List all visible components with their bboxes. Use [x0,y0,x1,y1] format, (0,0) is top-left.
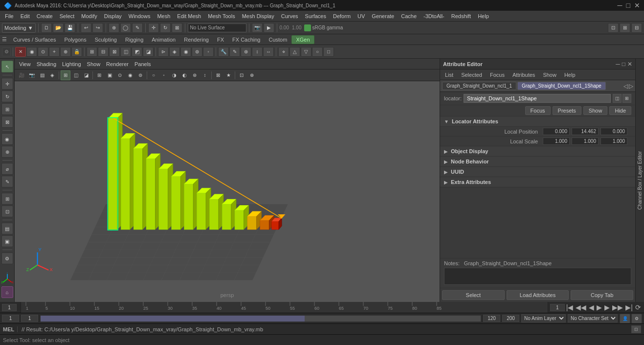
pb-prev-frame[interactable]: ◀ [588,303,595,311]
move-tool-btn[interactable]: ✛ [1,78,13,90]
local-pos-z[interactable] [600,128,627,135]
tb2-snap2[interactable]: △ [289,47,300,57]
universal-manip-btn[interactable]: ⊠ [1,116,13,128]
pb-prev-key[interactable]: ◀◀ [575,303,587,311]
vp-menu-show[interactable]: Show [86,61,102,67]
show-manipulator-btn[interactable]: ⊕ [1,146,13,158]
maximize-icon[interactable]: □ [626,1,630,9]
module-animation[interactable]: Animation [148,36,179,44]
vp-menu-shading[interactable]: Shading [35,61,58,67]
menu-generate[interactable]: Generate [369,12,397,20]
tb2-snap1[interactable]: ⋄ [278,47,289,57]
tb2-icon22[interactable]: ↔ [263,47,274,57]
channel-box-tab[interactable]: Channel Box / Layer Editor [636,148,644,213]
new-file-btn[interactable]: 🗋 [41,23,52,33]
module-fx-caching[interactable]: FX Caching [228,36,264,44]
menu-help[interactable]: Help [475,12,492,20]
ae-tab-selected[interactable]: Selected [458,71,485,79]
menu-modify[interactable]: Modify [78,12,100,20]
section-node-behavior[interactable]: ▶ Node Behavior [440,157,635,167]
vpi-ao[interactable]: ◐ [179,70,189,80]
vpi-grid[interactable]: ⊞ [94,70,104,80]
scale-tool-btn[interactable]: ⊞ [1,103,13,115]
live-surface-input[interactable] [188,23,246,32]
vpi-wireframe[interactable]: ⊞ [61,70,70,80]
vpi-camera[interactable]: 🎥 [17,70,26,80]
attr-editor-float[interactable]: □ [622,61,625,68]
viewport-3d[interactable]: Y X Z persp [15,81,440,302]
timeline-ruler[interactable]: 1 5 10 15 20 25 30 35 40 45 50 [21,302,548,313]
vpi-snapat[interactable]: ⊡ [237,70,246,80]
scale-btn[interactable]: ⊠ [172,23,182,33]
paint-select-tool-btn[interactable]: ✎ [1,176,13,187]
layout-btn2[interactable]: ▣ [1,235,13,247]
vpi-light1[interactable]: ○ [149,70,158,80]
section-object-display[interactable]: ▶ Object Display [440,146,635,157]
vpi-hq[interactable]: ★ [223,70,233,80]
tb2-icon15[interactable]: ◉ [180,47,191,57]
ae-tab-focus[interactable]: Focus [487,71,508,79]
layout-single[interactable]: ⊡ [608,23,619,33]
menu-3dto-all[interactable]: -3DtoAll- [421,12,447,20]
open-file-btn[interactable]: 📂 [53,23,64,33]
tb2-snap5[interactable]: □ [323,47,334,57]
menu-curves[interactable]: Curves [278,12,301,20]
vpi-camera2[interactable]: 📷 [27,70,37,80]
pb-go-start[interactable]: |◀ [565,303,575,311]
select-tool-btn[interactable]: ↖ [1,61,13,72]
ae-tab-help[interactable]: Help [561,71,578,79]
vpi-hud[interactable]: ▣ [105,70,114,80]
tb2-icon12[interactable]: ◪ [143,47,154,57]
menu-deform[interactable]: Deform [330,12,354,20]
vpi-btn3[interactable]: ▤ [37,70,47,80]
tb2-icon18[interactable]: 🔧 [218,47,229,57]
move-btn[interactable]: ✛ [148,23,159,33]
locator-input[interactable] [464,94,611,103]
range-slider[interactable] [40,315,481,322]
module-curves-surfaces[interactable]: Curves / Surfaces [9,36,60,44]
vpi-smooth[interactable]: ◫ [71,70,81,80]
vpi-depth[interactable]: ↕ [200,70,210,80]
locator-icon-1[interactable]: ◫ [613,94,622,103]
vpi-isolate[interactable]: ⊠ [213,70,223,80]
camera-btn[interactable]: 📷 [252,23,263,33]
paint-select-btn[interactable]: ✎ [132,23,143,33]
module-sculpting[interactable]: Sculpting [91,36,121,44]
select-btn[interactable]: ⊕ [109,23,119,33]
tb2-icon21[interactable]: ↕ [252,47,263,57]
pb-next-key[interactable]: ▶▶ [611,303,624,311]
tb2-icon8[interactable]: ⊟ [98,47,109,57]
copy-tab-btn[interactable]: Copy Tab [571,290,633,300]
undo-btn[interactable]: ↩ [81,23,91,33]
tb2-snap4[interactable]: ○ [312,47,323,57]
snap-curve-btn[interactable]: ⊡ [1,206,13,217]
minimize-icon[interactable]: ─ [618,1,622,9]
vpi-xray2[interactable]: ⊚ [135,70,145,80]
menu-mesh[interactable]: Mesh [154,12,173,20]
section-locator-attrs[interactable]: ▼ Locator Attributes [440,116,635,127]
playback-frame-input[interactable] [550,304,565,311]
menu-mesh-display[interactable]: Mesh Display [239,12,277,20]
menu-windows[interactable]: Windows [126,12,154,20]
pb-next-frame[interactable]: ▶ [603,303,611,311]
node-tab-prev[interactable]: ◁ [623,83,628,90]
current-frame-input[interactable] [2,304,17,311]
menu-edit-mesh[interactable]: Edit Mesh [174,12,204,20]
vp-menu-view[interactable]: View [18,61,32,67]
menu-display[interactable]: Display [101,12,125,20]
vpi-shadow[interactable]: ◑ [169,70,179,80]
section-extra-attrs[interactable]: ▶ Extra Attributes [440,177,635,187]
tb2-icon9[interactable]: ⊠ [109,47,120,57]
local-pos-y[interactable] [572,128,599,135]
menu-cache[interactable]: Cache [398,12,420,20]
tb2-icon19[interactable]: ✎ [229,47,240,57]
select-btn-ae[interactable]: Select [442,290,505,300]
vpi-ssao[interactable]: ⊛ [190,70,200,80]
locator-icon-2[interactable]: ⊞ [622,94,631,103]
module-custom[interactable]: Custom [265,36,291,44]
char-icon-2[interactable]: ⚙ [631,314,642,323]
toolbar2-settings[interactable]: ⚙ [2,47,11,56]
menu-uv[interactable]: UV [355,12,368,20]
presets-button[interactable]: Presets [553,106,581,115]
focus-button[interactable]: Focus [525,106,551,115]
